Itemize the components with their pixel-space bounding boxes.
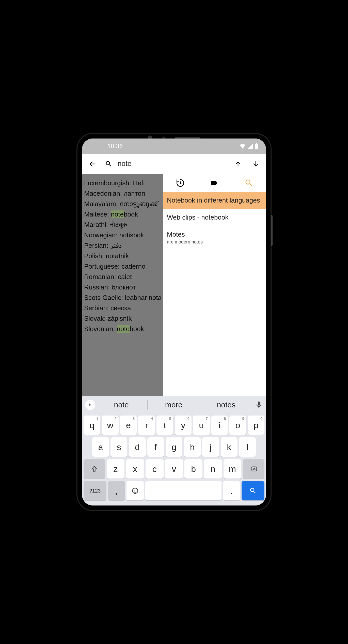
suggestion-bar: note more notes (82, 396, 266, 414)
battery-icon (255, 143, 258, 149)
language-row[interactable]: Luxembourgish: Heft (84, 179, 161, 187)
key-a[interactable]: a (92, 437, 109, 457)
filter-tabs (163, 174, 266, 192)
status-icons (240, 143, 258, 149)
result-item[interactable]: Web clips - notebook (163, 209, 266, 226)
language-row[interactable]: Maltese: notebook (84, 210, 161, 218)
svg-rect-1 (256, 143, 257, 144)
phone-frame: 10:36 note Luxembourgish (77, 134, 271, 510)
period-key[interactable]: . (223, 481, 240, 500)
key-z[interactable]: z (107, 459, 125, 479)
chevron-right-icon (88, 403, 92, 407)
key-p[interactable]: p0 (248, 416, 264, 435)
result-item[interactable]: Notebook in different languages (163, 192, 266, 209)
key-d[interactable]: d (129, 437, 146, 457)
key-n[interactable]: n (204, 459, 222, 479)
result-item[interactable]: Motesare modern notes (163, 226, 266, 249)
arrow-down-icon (252, 160, 260, 168)
key-q[interactable]: q1 (84, 416, 100, 435)
shift-key[interactable] (84, 459, 105, 479)
language-row[interactable]: Malayalam: നോട്ടുബുക്ക് (84, 200, 161, 208)
suggestion-3[interactable]: notes (202, 401, 250, 409)
key-l[interactable]: l (239, 437, 256, 457)
keyboard-keys: q1w2e3r4t5y6u7i8o9p0 asdfghjkl zxcvbnm ?… (82, 414, 266, 505)
key-c[interactable]: c (146, 459, 164, 479)
key-v[interactable]: v (165, 459, 183, 479)
emoji-key[interactable] (126, 481, 144, 500)
key-h[interactable]: h (184, 437, 201, 457)
history-tab[interactable] (176, 178, 185, 188)
language-row[interactable]: Polish: notatnik (84, 252, 161, 260)
language-row[interactable]: Portuguese: caderno (84, 263, 161, 270)
language-list[interactable]: Luxembourgish: HeftMacedonian: лаптопMal… (82, 174, 163, 396)
result-title: Web clips - notebook (167, 213, 262, 221)
symbols-key[interactable]: ?123 (84, 481, 106, 500)
prev-match-button[interactable] (233, 159, 243, 169)
space-key[interactable] (145, 481, 222, 500)
clock: 10:36 (107, 143, 123, 150)
key-u[interactable]: u7 (193, 416, 210, 435)
key-g[interactable]: g (166, 437, 182, 457)
arrow-left-icon (88, 160, 96, 168)
search-tab[interactable] (244, 178, 254, 188)
language-row[interactable]: Macedonian: лаптоп (84, 190, 161, 197)
wifi-icon (240, 144, 246, 149)
result-subtitle: are modern notes (167, 239, 262, 245)
backspace-key[interactable] (243, 459, 264, 479)
key-s[interactable]: s (110, 437, 127, 457)
language-row[interactable]: Serbian: свеска (84, 304, 161, 312)
next-match-button[interactable] (251, 159, 261, 169)
side-button (271, 215, 273, 246)
key-b[interactable]: b (184, 459, 202, 479)
comma-key[interactable]: , (108, 481, 125, 500)
key-x[interactable]: x (126, 459, 144, 479)
key-j[interactable]: j (202, 437, 219, 457)
suggestion-2[interactable]: more (150, 401, 198, 409)
shift-icon (91, 465, 98, 472)
results-pane: Notebook in different languagesWeb clips… (163, 174, 266, 396)
key-m[interactable]: m (224, 459, 242, 479)
language-row[interactable]: Scots Gaelic: leabhar notaichean (84, 294, 161, 302)
svg-point-2 (133, 488, 138, 494)
search-field[interactable]: note (105, 160, 161, 168)
key-t[interactable]: t5 (156, 416, 173, 435)
suggestion-1[interactable]: note (97, 401, 145, 409)
search-query: note (118, 160, 132, 168)
search-enter-key[interactable] (242, 481, 264, 500)
search-key-icon (249, 487, 257, 495)
content-area: Luxembourgish: HeftMacedonian: лаптопMal… (82, 174, 266, 396)
language-row[interactable]: Marathi: नोटबुक (84, 221, 161, 229)
language-row[interactable]: Russian: блокнот (84, 283, 161, 291)
key-o[interactable]: o9 (229, 416, 246, 435)
language-row[interactable]: Slovenian: notebook (84, 325, 161, 333)
keyboard: note more notes q1w2e3r4t5y6u7i8o9p0 asd… (82, 396, 266, 505)
result-title: Notebook in different languages (167, 196, 262, 204)
arrow-up-icon (234, 160, 242, 168)
language-row[interactable]: Persian: دفتر (84, 242, 161, 250)
search-icon (105, 160, 113, 168)
key-e[interactable]: e3 (120, 416, 137, 435)
key-y[interactable]: y6 (175, 416, 192, 435)
mic-icon[interactable] (255, 401, 263, 409)
language-row[interactable]: Romanian: caiet (84, 273, 161, 281)
key-i[interactable]: i8 (211, 416, 228, 435)
svg-point-4 (136, 490, 136, 490)
search-bar: note (82, 154, 266, 174)
back-button[interactable] (87, 159, 97, 169)
status-bar: 10:36 (82, 139, 266, 154)
emoji-icon (132, 487, 139, 494)
key-r[interactable]: r4 (138, 416, 155, 435)
cell-signal-icon (248, 144, 253, 149)
phone-screen: 10:36 note Luxembourgish (82, 139, 266, 505)
key-w[interactable]: w2 (102, 416, 119, 435)
tags-tab[interactable] (210, 178, 219, 188)
backspace-icon (250, 465, 258, 472)
language-row[interactable]: Slovak: zápisník (84, 315, 161, 323)
key-k[interactable]: k (221, 437, 238, 457)
expand-suggestions-button[interactable] (85, 400, 95, 410)
key-f[interactable]: f (147, 437, 164, 457)
tag-icon (210, 178, 219, 188)
results-list: Notebook in different languagesWeb clips… (163, 192, 266, 249)
history-icon (176, 178, 185, 188)
language-row[interactable]: Norwegian: notisbok (84, 231, 161, 239)
